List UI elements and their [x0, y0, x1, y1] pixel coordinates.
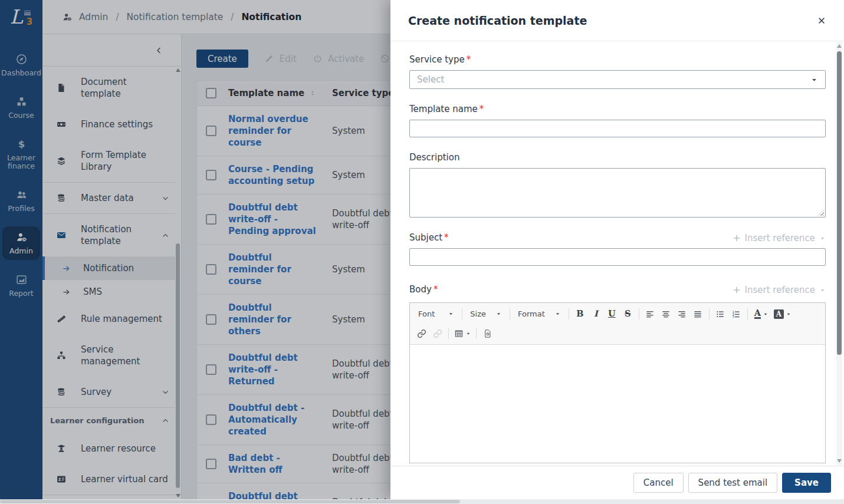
horizontal-scrollbar-thumb[interactable]: [0, 500, 460, 503]
required-asterisk: *: [467, 54, 471, 65]
body-editor-content[interactable]: [410, 345, 825, 463]
caret-down-icon: [786, 311, 792, 317]
save-button[interactable]: Save: [782, 473, 831, 493]
align-right-icon: [677, 309, 687, 319]
strikethrough-button[interactable]: S: [620, 307, 636, 321]
caret-down-icon: [810, 76, 818, 84]
align-justify-icon: [693, 309, 702, 319]
plus-icon: [733, 234, 741, 242]
drawer-title: Create notification template: [408, 14, 817, 27]
service-type-select[interactable]: Select: [409, 70, 826, 89]
editor-toolbar: FontSizeFormatBIUS123AA: [410, 303, 825, 345]
text-color-button[interactable]: A: [751, 307, 772, 321]
toolbar-separator: [709, 308, 710, 319]
bullet-list-icon: [715, 309, 725, 319]
send-test-email-button[interactable]: Send test email: [688, 473, 778, 493]
drawer-body: Service type* Select Template name* Desc…: [390, 42, 844, 465]
template-name-input[interactable]: [409, 120, 826, 137]
caret-down-icon: [819, 287, 826, 294]
body-rich-text-editor: FontSizeFormatBIUS123AA: [409, 302, 826, 463]
align-left-icon: [645, 309, 655, 319]
toolbar-separator: [462, 308, 462, 319]
embed-button[interactable]: [480, 326, 495, 341]
toolbar-separator: [476, 328, 477, 339]
align-left-button[interactable]: [642, 307, 658, 321]
cancel-button[interactable]: Cancel: [633, 473, 684, 493]
body-label: Body*: [409, 284, 438, 295]
table-icon: [454, 329, 464, 338]
size-combo[interactable]: Size: [465, 309, 507, 318]
align-center-icon: [661, 309, 671, 319]
bg-color-button[interactable]: A: [772, 307, 793, 321]
underline-button[interactable]: U: [604, 307, 620, 321]
align-center-button[interactable]: [658, 307, 674, 321]
scroll-up-arrow[interactable]: [837, 44, 842, 48]
close-icon[interactable]: [817, 16, 826, 25]
caret-down-icon: [465, 331, 471, 337]
insert-reference-button[interactable]: Insert reference: [733, 233, 826, 243]
required-asterisk: *: [480, 104, 484, 114]
description-textarea[interactable]: [409, 168, 826, 218]
unlink-button[interactable]: [429, 326, 445, 341]
required-asterisk: *: [434, 284, 438, 295]
toolbar-separator: [639, 308, 639, 319]
toolbar-separator: [448, 328, 449, 339]
drawer-scrollbar-thumb[interactable]: [837, 51, 842, 355]
link-button[interactable]: [413, 326, 429, 341]
page: L 3 DashboardCourse$Learner financeProfi…: [0, 0, 844, 504]
select-placeholder: Select: [417, 74, 444, 85]
required-asterisk: *: [444, 232, 449, 243]
toolbar-separator: [747, 308, 748, 319]
caret-down-icon: [819, 235, 826, 242]
italic-button[interactable]: I: [588, 307, 604, 321]
toolbar-separator: [510, 308, 510, 319]
subject-label: Subject*: [409, 232, 449, 243]
caret-down-icon: [554, 311, 561, 317]
subject-input[interactable]: [409, 248, 826, 266]
numbered-list-icon: 123: [731, 309, 741, 319]
unlink-icon: [433, 329, 442, 338]
plus-icon: [733, 286, 741, 294]
drawer-header: Create notification template: [390, 0, 844, 41]
bold-button[interactable]: B: [572, 307, 588, 321]
caret-down-icon: [763, 311, 769, 317]
link-icon: [417, 329, 426, 338]
toolbar-separator: [569, 308, 569, 319]
scroll-down-arrow[interactable]: [837, 459, 842, 463]
svg-text:3: 3: [733, 315, 734, 318]
numbered-list-button[interactable]: 123: [728, 307, 744, 321]
description-label: Description: [409, 151, 826, 163]
format-combo[interactable]: Format: [513, 309, 566, 318]
font-combo[interactable]: Font: [413, 309, 459, 318]
service-type-label: Service type*: [409, 54, 826, 65]
caret-down-icon: [448, 311, 454, 317]
page-horizontal-scrollbar[interactable]: [0, 499, 844, 504]
align-justify-button[interactable]: [690, 307, 706, 321]
template-name-label: Template name*: [409, 103, 826, 115]
bullet-list-button[interactable]: [712, 307, 728, 321]
caret-down-icon: [495, 311, 502, 317]
create-template-drawer: Create notification template Service typ…: [390, 0, 844, 499]
table-button[interactable]: [452, 326, 473, 341]
align-right-button[interactable]: [674, 307, 690, 321]
insert-reference-button[interactable]: Insert reference: [733, 285, 826, 295]
drawer-scrollbar[interactable]: [836, 42, 842, 465]
drawer-footer: CancelSend test emailSave: [390, 466, 844, 499]
embed-icon: [483, 329, 492, 338]
